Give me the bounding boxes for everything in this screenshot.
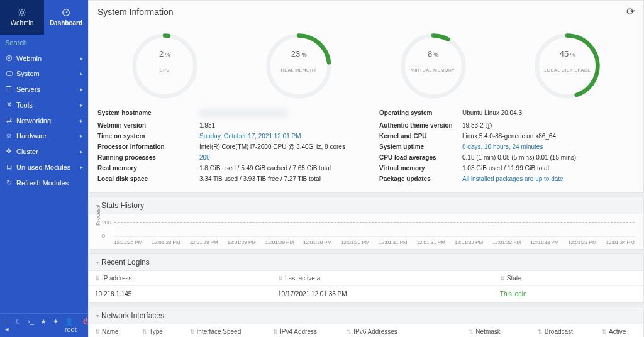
page-title: System Information <box>97 7 174 17</box>
stats-x-tick: 12:01:32 PM <box>455 240 483 245</box>
main: System Information ⟳ 2 %CPU23 %REAL MEMO… <box>88 0 644 337</box>
sort-icon: ⇅ <box>95 275 100 282</box>
stats-ylabel: Process <box>95 205 101 226</box>
sidebar-item-refresh-modules[interactable]: ↻Refresh Modules <box>0 175 88 191</box>
ifaces-col-name[interactable]: ⇅Name <box>89 324 136 337</box>
stats-x-tick: 12:01:30 PM <box>303 240 331 245</box>
v-pkg[interactable]: All installed packages are up to date <box>462 175 635 182</box>
gauge-circle: 45 %LOCAL DISK SPACE <box>533 31 602 101</box>
k-pkg: Package updates <box>379 175 455 182</box>
gauge-circle: 8 %VIRTUAL MEMORY <box>399 31 468 101</box>
nav-label: Hardware <box>16 132 76 140</box>
refresh-icon[interactable]: ⟳ <box>626 6 635 18</box>
stats-y0: 0 <box>102 233 105 239</box>
marker-icon[interactable]: ✦ <box>53 318 58 333</box>
k-load: CPU load averages <box>379 154 455 161</box>
ifaces-title: Network Interfaces <box>101 311 164 320</box>
ifaces-col-v6[interactable]: ⇅IPv6 Addresses <box>340 324 462 337</box>
v-os: Ubuntu Linux 20.04.3 <box>462 109 635 118</box>
stats-plot: 200 0 <box>114 221 635 237</box>
k-webminv: Webmin version <box>97 122 192 129</box>
sidebar-item-cluster[interactable]: ❖Cluster▸ <box>0 143 88 159</box>
sidebar-item-networking[interactable]: ⇄Networking▸ <box>0 113 88 128</box>
nav-label: Refresh Modules <box>16 179 83 187</box>
ifaces-header[interactable]: ▾Network Interfaces <box>88 307 644 324</box>
logins-col-state[interactable]: ⇅State <box>494 271 643 286</box>
sort-icon: ⇅ <box>602 329 607 335</box>
stats-area: Process 200 0 12:01:26 PM12:01:28 PM12:0… <box>88 214 644 250</box>
k-uptime: System uptime <box>379 143 455 150</box>
app-root: Webmin Dashboard ⌕ ⦿Webmin▸🖵System▸☰Serv… <box>0 0 644 337</box>
search-input[interactable] <box>5 39 92 47</box>
stats-x-tick: 12:01:30 PM <box>341 240 369 245</box>
tab-webmin[interactable]: Webmin <box>0 0 44 35</box>
nav-label: System <box>16 70 76 77</box>
bottom-bar: |◂ ☾ ›_ ★ ✦ 👤 root ⏻ <box>0 313 88 337</box>
ifaces-col-type[interactable]: ⇅Type <box>136 324 183 337</box>
svg-point-6 <box>402 36 464 97</box>
nav-label: Servers <box>16 86 76 93</box>
chevron-right-icon: ▸ <box>80 164 83 170</box>
star-icon[interactable]: ★ <box>40 318 47 333</box>
v-webminv: 1.981 <box>199 122 372 129</box>
k-kernel: Kernel and CPU <box>379 133 455 140</box>
k-theme: Authentic theme version <box>379 122 455 129</box>
sidebar-item-un-used-modules[interactable]: ⊟Un-used Modules▸ <box>0 159 88 175</box>
stats-x-tick: 12:01:33 PM <box>568 240 596 245</box>
sidebar-item-servers[interactable]: ☰Servers▸ <box>0 81 88 97</box>
v-time[interactable]: Sunday, October 17, 2021 12:01 PM <box>199 133 372 140</box>
user-icon[interactable]: 👤 root <box>65 318 77 333</box>
dashboard-icon <box>62 8 70 17</box>
chevron-right-icon: ▸ <box>80 86 83 92</box>
gauge-label: REAL MEMORY <box>264 68 333 72</box>
stats-x-tick: 12:01:33 PM <box>530 240 558 245</box>
moon-icon[interactable]: ☾ <box>15 318 21 333</box>
nav-label: Networking <box>16 117 76 124</box>
nav-icon: ⛭ <box>5 132 13 140</box>
caret-down-icon: ▾ <box>96 313 99 319</box>
chevron-right-icon: ▸ <box>80 148 83 155</box>
nav-label: Un-used Modules <box>16 163 76 171</box>
sidebar-tabs: Webmin Dashboard <box>0 0 88 35</box>
gauges: 2 %CPU23 %REAL MEMORY8 %VIRTUAL MEMORY45… <box>89 23 643 101</box>
sidebar-item-hardware[interactable]: ⛭Hardware▸ <box>0 128 88 143</box>
ifaces-table: ⇅Name ⇅Type ⇅Interface Speed ⇅IPv4 Addre… <box>89 324 643 337</box>
sidebar-item-tools[interactable]: ✕Tools▸ <box>0 97 88 113</box>
sidebar-item-system[interactable]: 🖵System▸ <box>0 66 88 81</box>
logins-header[interactable]: ▾Recent Logins <box>88 253 644 271</box>
gauge-label: CPU <box>130 68 199 72</box>
nav: ⦿Webmin▸🖵System▸☰Servers▸✕Tools▸⇄Network… <box>0 51 88 313</box>
tab-dashboard[interactable]: Dashboard <box>44 0 88 35</box>
stats-header[interactable]: ▾Stats History <box>88 197 644 214</box>
nav-label: Cluster <box>16 148 76 155</box>
v-uptime[interactable]: 8 days, 10 hours, 24 minutes <box>462 143 635 150</box>
chevron-right-icon: ▸ <box>80 55 83 62</box>
v-realmem: 1.8 GiB used / 5.49 GiB cached / 7.65 Gi… <box>199 165 372 172</box>
logins-col-last[interactable]: ⇅Last active at <box>272 271 494 286</box>
sort-icon: ⇅ <box>347 329 352 335</box>
nav-icon: ❖ <box>5 147 13 155</box>
chevron-right-icon: ▸ <box>80 102 83 108</box>
info-icon[interactable]: i <box>486 123 492 129</box>
v-load: 0.18 (1 min) 0.08 (5 mins) 0.01 (15 mins… <box>462 154 635 161</box>
ifaces-col-speed[interactable]: ⇅Interface Speed <box>184 324 267 337</box>
sort-icon: ⇅ <box>95 329 100 335</box>
tab-dashboard-label: Dashboard <box>50 19 82 26</box>
v-disk: 3.34 TiB used / 3.93 TiB free / 7.27 TiB… <box>199 175 372 182</box>
logins-col-ip[interactable]: ⇅IP address <box>89 271 272 286</box>
ifaces-col-active[interactable]: ⇅Active <box>596 324 643 337</box>
terminal-icon[interactable]: ›_ <box>28 318 34 333</box>
logins-table: ⇅IP address ⇅Last active at ⇅State 10.21… <box>89 271 643 302</box>
gauge-value: 45 % <box>533 49 602 58</box>
chevron-right-icon: ▸ <box>80 133 83 139</box>
v-running[interactable]: 208 <box>199 154 372 161</box>
stats-x-tick: 12:01:29 PM <box>228 240 256 245</box>
caret-down-icon: ▾ <box>96 260 99 265</box>
ifaces-col-mask[interactable]: ⇅Netmask <box>462 324 531 337</box>
ifaces-col-v4[interactable]: ⇅IPv4 Address <box>267 324 340 337</box>
tab-webmin-label: Webmin <box>11 19 34 26</box>
sidebar-item-webmin[interactable]: ⦿Webmin▸ <box>0 51 88 66</box>
info-grid: System hostname Operating system Ubuntu … <box>89 101 643 192</box>
ifaces-col-bcast[interactable]: ⇅Broadcast <box>531 324 596 337</box>
toggle-sidebar-icon[interactable]: |◂ <box>5 318 9 333</box>
